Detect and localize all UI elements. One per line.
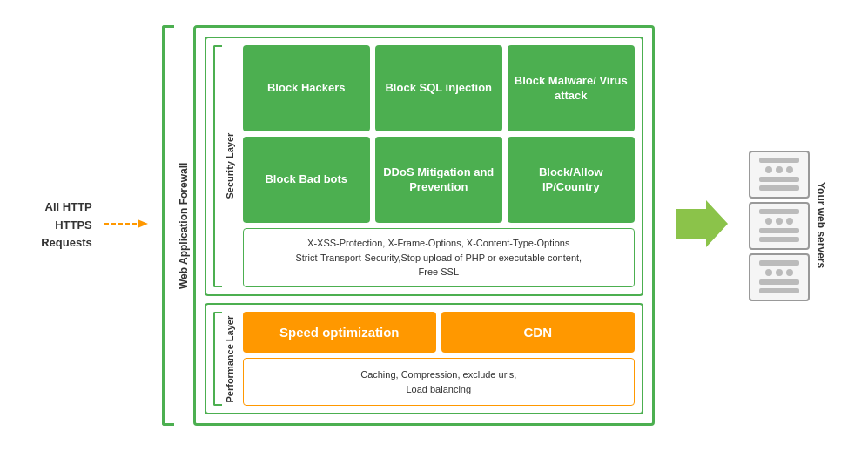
- server-dot: [786, 218, 793, 225]
- left-line3: Requests: [41, 236, 92, 249]
- server-dot: [776, 166, 783, 173]
- svg-marker-1: [138, 219, 148, 228]
- server-dot: [776, 269, 783, 276]
- server-container: Your web servers: [749, 151, 827, 301]
- waf-bracket: [162, 25, 174, 426]
- diagram-box: Security Layer Block Hackers Block SQL i…: [193, 25, 655, 426]
- security-row-2: Block Bad bots DDoS Mitigation and Preve…: [243, 137, 635, 223]
- servers: [749, 151, 810, 301]
- big-green-arrow: [676, 200, 728, 251]
- main-container: All HTTP HTTPS Requests Web Application …: [41, 25, 827, 426]
- server-label: Your web servers: [815, 182, 827, 268]
- performance-row-1: Speed optimization CDN: [243, 312, 635, 353]
- svg-marker-2: [676, 200, 728, 247]
- ddos-box: DDoS Mitigation and Prevention: [375, 137, 502, 223]
- server-dot: [765, 166, 772, 173]
- dashed-arrow: [104, 216, 148, 235]
- server-dots: [765, 218, 793, 225]
- server-line: [759, 288, 799, 293]
- server-line: [759, 228, 799, 233]
- block-bots-box: Block Bad bots: [243, 137, 370, 223]
- server-unit-1: [749, 151, 810, 199]
- server-unit-3: [749, 253, 810, 301]
- left-label: All HTTP HTTPS Requests: [41, 199, 92, 252]
- server-line: [759, 260, 799, 266]
- server-line: [759, 185, 799, 191]
- server-line: [759, 237, 799, 242]
- performance-bottom-text: Caching, Compression, exclude urls, Load…: [360, 369, 516, 394]
- server-line: [759, 209, 799, 214]
- security-bottom-box: X-XSS-Protection, X-Frame-Options, X-Con…: [243, 228, 635, 287]
- block-sql-box: Block SQL injection: [375, 45, 502, 131]
- security-bracket: [213, 45, 222, 287]
- server-line: [759, 177, 799, 182]
- server-dots: [765, 269, 793, 276]
- performance-layer-label: Performance Layer: [222, 312, 238, 407]
- speed-optimization-box: Speed optimization: [243, 312, 436, 353]
- performance-section: Performance Layer Speed optimization CDN: [205, 303, 643, 415]
- left-line1: All HTTP: [45, 200, 92, 213]
- performance-bottom-box: Caching, Compression, exclude urls, Load…: [243, 358, 635, 406]
- security-layer-label: Security Layer: [222, 45, 238, 287]
- server-dot: [786, 269, 793, 276]
- block-malware-box: Block Malware/ Virus attack: [508, 45, 635, 131]
- server-dot: [765, 218, 772, 225]
- security-row-1: Block Hackers Block SQL injection Block …: [243, 45, 635, 131]
- security-bottom-text: X-XSS-Protection, X-Frame-Options, X-Con…: [295, 238, 582, 277]
- block-hackers-box: Block Hackers: [243, 45, 370, 131]
- security-section: Security Layer Block Hackers Block SQL i…: [205, 37, 643, 296]
- block-ip-box: Block/Allow IP/Country: [508, 137, 635, 223]
- cdn-box: CDN: [441, 312, 635, 353]
- server-dot: [776, 218, 783, 225]
- left-line2: HTTPS: [55, 219, 92, 232]
- performance-bracket: [213, 312, 222, 407]
- server-line: [759, 158, 799, 163]
- server-dot: [786, 166, 793, 173]
- server-unit-2: [749, 202, 810, 250]
- server-dot: [765, 269, 772, 276]
- security-content: Block Hackers Block SQL injection Block …: [243, 45, 635, 287]
- performance-content: Speed optimization CDN Caching, Compress…: [243, 312, 635, 407]
- server-dots: [765, 166, 793, 173]
- server-line: [759, 279, 799, 285]
- waf-outer: Web Application Forewall Security Layer: [162, 25, 655, 426]
- waf-label: Web Application Forewall: [174, 25, 193, 426]
